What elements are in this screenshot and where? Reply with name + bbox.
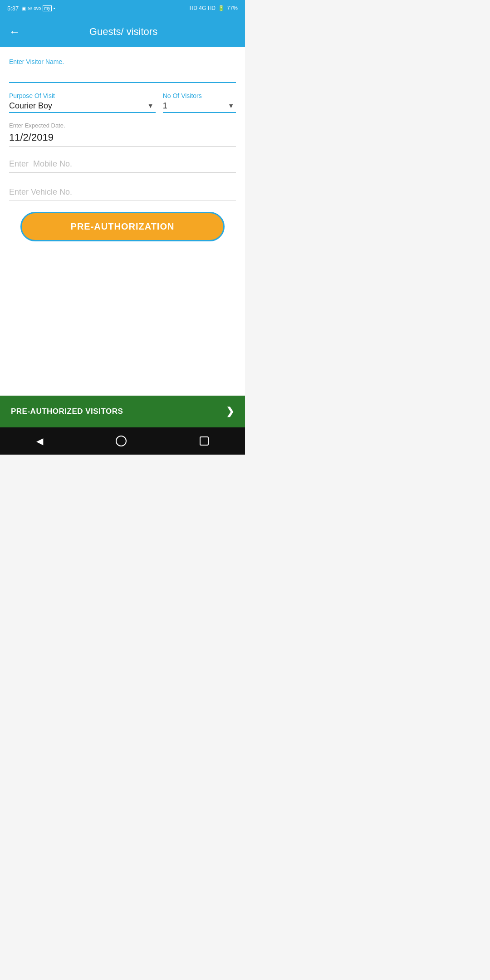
visitor-name-label: Enter Visitor Name. — [9, 58, 236, 65]
nav-recents-button[interactable] — [200, 436, 209, 446]
battery-icon: 🔋 — [218, 5, 225, 11]
dot-icon: • — [54, 5, 55, 11]
mail-icon: ✉ — [28, 5, 32, 11]
visitors-group: No Of Visitors 1 2 3 4 5 ▼ — [163, 92, 236, 113]
purpose-select-wrapper: Courier Boy Guest Maintenance Others ▼ — [9, 101, 156, 113]
visitor-name-input[interactable] — [9, 67, 236, 83]
pre-authorized-label: PRE-AUTHORIZED VISITORS — [11, 407, 123, 416]
header-title: Guests/ visitors — [29, 26, 218, 38]
date-group: Enter Expected Date. 11/2/2019 — [9, 122, 236, 147]
pre-auth-button[interactable]: PRE-AUTHORIZATION — [20, 212, 225, 241]
nav-bar: ◀ — [0, 427, 245, 455]
nav-home-button[interactable] — [116, 436, 127, 446]
visitor-name-group: Enter Visitor Name. — [9, 58, 236, 83]
date-value[interactable]: 11/2/2019 — [9, 130, 236, 147]
back-button[interactable]: ← — [9, 25, 20, 38]
purpose-select[interactable]: Courier Boy Guest Maintenance Others — [9, 101, 156, 110]
content-spacer — [0, 250, 245, 396]
ovo-icon: ovo — [34, 6, 41, 11]
purpose-label: Purpose Of Visit — [9, 92, 156, 99]
sim-icon: ▣ — [21, 5, 26, 11]
mobile-group — [9, 156, 236, 173]
battery-label: 77% — [227, 5, 238, 11]
vehicle-input[interactable] — [9, 184, 236, 201]
status-right: HD 4G HD 🔋 77% — [190, 5, 238, 11]
pre-authorized-banner[interactable]: PRE-AUTHORIZED VISITORS ❯ — [0, 396, 245, 427]
my-icon: my — [43, 5, 51, 11]
purpose-visitors-row: Purpose Of Visit Courier Boy Guest Maint… — [9, 92, 236, 113]
visitors-select[interactable]: 1 2 3 4 5 — [163, 101, 236, 110]
nav-back-button[interactable]: ◀ — [36, 436, 43, 446]
vehicle-group — [9, 184, 236, 201]
visitors-select-wrapper: 1 2 3 4 5 ▼ — [163, 101, 236, 113]
date-label: Enter Expected Date. — [9, 122, 236, 129]
form-content: Enter Visitor Name. Purpose Of Visit Cou… — [0, 47, 245, 250]
status-left: 5:37 ▣ ✉ ovo my • — [7, 5, 55, 12]
network-label: HD 4G HD — [190, 5, 216, 11]
app-header: ← Guests/ visitors — [0, 16, 245, 47]
status-time: 5:37 — [7, 5, 19, 12]
mobile-input[interactable] — [9, 156, 236, 173]
purpose-group: Purpose Of Visit Courier Boy Guest Maint… — [9, 92, 156, 113]
banner-arrow-icon: ❯ — [226, 406, 235, 417]
visitors-label: No Of Visitors — [163, 92, 236, 99]
status-icons: ▣ ✉ ovo my • — [21, 5, 55, 11]
status-bar: 5:37 ▣ ✉ ovo my • HD 4G HD 🔋 77% — [0, 0, 245, 16]
